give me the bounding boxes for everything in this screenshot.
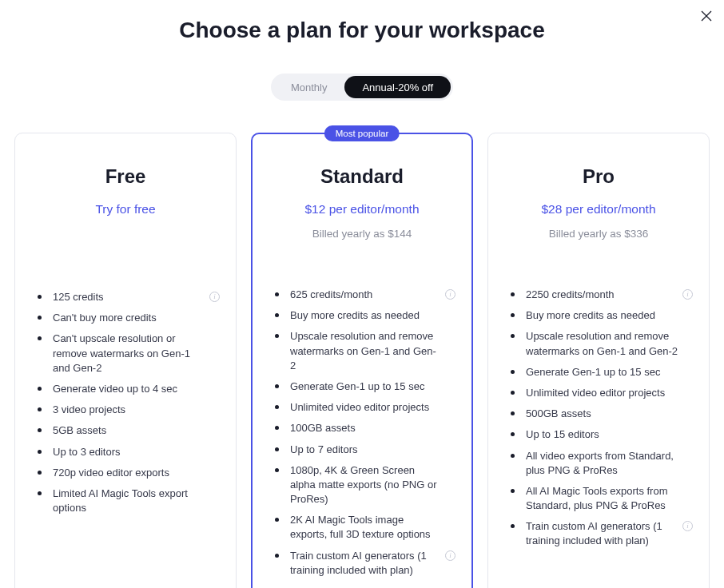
plan-name: Free	[31, 165, 220, 188]
feature-item: Upscale resolution and remove watermarks…	[504, 329, 693, 358]
feature-list: 625 credits/month Buy more credits as ne…	[269, 288, 455, 584]
feature-item: 625 credits/month	[269, 288, 455, 302]
feature-item: Can't upscale resolution or remove water…	[31, 332, 220, 375]
plan-billed: Billed yearly as $144	[269, 228, 455, 240]
feature-item: Train custom AI generators (1 training i…	[269, 549, 455, 578]
close-icon[interactable]	[700, 10, 713, 22]
billing-toggle: Monthly Annual-20% off	[271, 74, 453, 101]
feature-item: 720p video editor exports	[31, 466, 220, 480]
plan-name: Standard	[269, 165, 455, 188]
feature-item: 3 video projects	[31, 403, 220, 417]
feature-item: 1080p, 4K & Green Screen alpha matte exp…	[269, 463, 455, 507]
plan-billed: Billed yearly as $336	[504, 228, 693, 240]
feature-item: 2K AI Magic Tools image exports, full 3D…	[269, 513, 455, 542]
toggle-annual[interactable]: Annual-20% off	[344, 76, 451, 98]
feature-item: 100GB assets	[269, 421, 455, 435]
feature-item: Generate video up to 4 sec	[31, 382, 220, 396]
feature-item: All AI Magic Tools exports from Standard…	[504, 484, 693, 513]
plan-name: Pro	[504, 165, 693, 188]
feature-list: 2250 credits/month Buy more credits as n…	[504, 288, 693, 555]
feature-item: 500GB assets	[504, 407, 693, 421]
feature-item: Upscale resolution and remove watermarks…	[269, 329, 455, 373]
info-icon[interactable]	[445, 550, 455, 561]
plan-card-standard: Most popular Standard $12 per editor/mon…	[251, 133, 473, 588]
feature-item: 2250 credits/month	[504, 288, 693, 302]
info-icon[interactable]	[209, 292, 220, 302]
feature-item: Up to 15 editors	[504, 427, 693, 442]
feature-item: Unlimited video editor projects	[504, 386, 693, 400]
toggle-monthly[interactable]: Monthly	[273, 76, 345, 98]
plan-card-pro: Pro $28 per editor/month Billed yearly a…	[487, 133, 710, 588]
feature-item: Buy more credits as needed	[504, 308, 693, 323]
feature-item: Limited AI Magic Tools export options	[31, 487, 220, 515]
feature-item: Train custom AI generators (1 training i…	[504, 519, 693, 548]
feature-item: Can't buy more credits	[31, 311, 220, 325]
popular-badge: Most popular	[324, 125, 400, 141]
info-icon[interactable]	[682, 289, 693, 300]
plan-price: $12 per editor/month	[269, 202, 455, 217]
feature-list: 125 credits Can't buy more credits Can't…	[31, 290, 220, 522]
feature-item: 5GB assets	[31, 423, 220, 438]
feature-item: Up to 3 editors	[31, 445, 220, 459]
feature-item: 125 credits	[31, 290, 220, 304]
plan-price: Try for free	[31, 202, 220, 217]
feature-item: Generate Gen-1 up to 15 sec	[269, 379, 455, 394]
plan-card-free: Free Try for free 125 credits Can't buy …	[14, 133, 237, 588]
feature-item: Up to 7 editors	[269, 443, 455, 457]
feature-item: Generate Gen-1 up to 15 sec	[504, 365, 693, 379]
feature-item: Unlimited video editor projects	[269, 400, 455, 415]
plan-billed	[31, 228, 220, 242]
page-title: Choose a plan for your workspace	[0, 18, 724, 43]
feature-item: All video exports from Standard, plus PN…	[504, 449, 693, 478]
plans-container: Free Try for free 125 credits Can't buy …	[0, 133, 724, 588]
plan-price: $28 per editor/month	[504, 202, 693, 217]
info-icon[interactable]	[445, 289, 455, 300]
feature-item: Buy more credits as needed	[269, 308, 455, 323]
